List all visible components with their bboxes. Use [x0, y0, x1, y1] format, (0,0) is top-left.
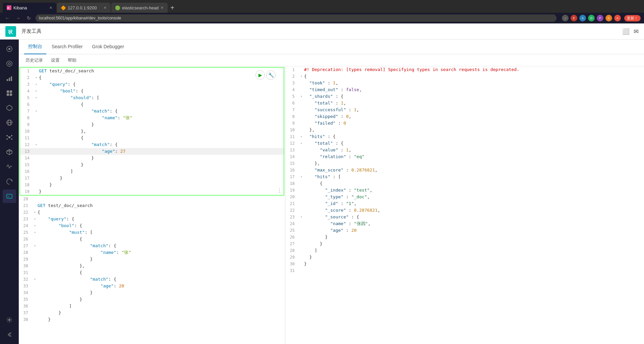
code-line-17: 17 }: [20, 175, 284, 182]
svg-rect-12: [10, 90, 12, 93]
ext4-icon[interactable]: P: [597, 15, 603, 21]
code-line-19: 19 }: [20, 188, 284, 195]
out-line-2: 2 ▾ {: [285, 73, 644, 80]
forward-button[interactable]: →: [14, 15, 22, 21]
out-line-12: 12 ▾ "total" : {: [285, 140, 644, 147]
out-line-15: 15 },: [285, 160, 644, 167]
reload-button[interactable]: ↻: [25, 15, 33, 21]
out-line-30: 30 }: [285, 261, 644, 267]
sidebar-item-visualize[interactable]: [3, 72, 16, 85]
out-line-19: 19 "_index" : "test",: [285, 187, 644, 194]
sidebar-item-devtools[interactable]: >_: [3, 190, 16, 203]
elastic-favicon: 🔶: [61, 5, 66, 10]
sidebar-item-graph[interactable]: [3, 145, 16, 159]
help-button[interactable]: 帮助: [66, 57, 78, 64]
out-line-6: 6 "total" : 1,: [285, 100, 644, 107]
tab-grok-debugger[interactable]: Grok Debugger: [88, 40, 128, 54]
back-button[interactable]: ←: [3, 15, 11, 21]
sidebar-item-canvas[interactable]: [3, 101, 16, 115]
tab-elastic[interactable]: 🔶 127.0.0.1:9200 ✕: [57, 3, 111, 13]
eshead-favicon: 🟢: [115, 5, 120, 10]
code-line-24: 24 ▾ "bool": {: [19, 222, 285, 229]
top-bar: 状 开发工具 ⬜ ✉: [0, 23, 644, 40]
sidebar-collapse[interactable]: [3, 328, 16, 341]
tab-kibana[interactable]: K Kibana ✕: [3, 3, 56, 13]
sidebar-item-maps[interactable]: [3, 116, 16, 129]
editor-panel[interactable]: ▶ 🔧 1 GET test/_doc/_search 2 ▾: [19, 66, 285, 344]
out-line-3: 3 "took" : 1,: [285, 80, 644, 86]
ext1-icon[interactable]: E: [571, 15, 577, 21]
editor-toolbar: 历史记录 设置 帮助: [19, 54, 644, 66]
sidebar-item-home[interactable]: [3, 42, 16, 56]
settings-button[interactable]: 设置: [50, 57, 61, 64]
code-line-12: 12 ▾ "match": {: [20, 141, 284, 148]
editor-area: ▶ 🔧 1 GET test/_doc/_search 2 ▾: [19, 66, 644, 344]
notifications-icon[interactable]: ✉: [634, 28, 639, 35]
sidebar-item-ml[interactable]: [3, 131, 16, 144]
code-line-23: 23 ▾ "query": {: [19, 216, 285, 222]
svg-rect-14: [10, 93, 12, 96]
context-menu-dots[interactable]: ⋮: [277, 187, 282, 194]
out-line-8: 8 "skipped" : 0,: [285, 113, 644, 120]
code-line-13: 13 "age": 27: [20, 148, 284, 155]
output-panel: 1 #! Deprecation: [types removal] Specif…: [285, 66, 644, 344]
ext3-icon[interactable]: D: [588, 15, 595, 21]
fullscreen-icon[interactable]: ⬜: [622, 28, 630, 35]
svg-point-7: [8, 63, 10, 65]
out-line-25: 25 "age" : 20: [285, 227, 644, 234]
run-buttons: ▶ 🔧: [255, 70, 276, 80]
update-button[interactable]: 更新！: [624, 15, 641, 21]
tab-kibana-label: Kibana: [13, 5, 27, 10]
code-line-20: 20: [19, 196, 285, 202]
run-play-button[interactable]: ▶: [255, 70, 265, 80]
tab-console[interactable]: 控制台: [24, 40, 46, 54]
svg-text:K: K: [7, 6, 10, 10]
svg-text:>_: >_: [8, 195, 11, 198]
code-line-1: 1 GET test/_doc/_search: [20, 68, 284, 74]
url-text: localhost:5601/app/kibana#/dev_tools/con…: [39, 16, 121, 20]
out-line-7: 7 "successful" : 1,: [285, 107, 644, 113]
code-line-33: 33 "age": 20: [19, 283, 285, 289]
content-area: 控制台 Search Profiler Grok Debugger 历史记录 设…: [19, 40, 644, 344]
history-button[interactable]: 历史记录: [24, 57, 44, 64]
tab-eshead[interactable]: 🟢 elasticsearch-head ✕: [111, 3, 168, 13]
code-line-30: 30 },: [19, 263, 285, 269]
ext2-icon[interactable]: A: [579, 15, 586, 21]
tab-bar: K Kibana ✕ 🔶 127.0.0.1:9200 ✕ 🟢 elastics…: [0, 0, 644, 13]
code-line-15: 15 }: [20, 161, 284, 168]
out-line-28: 28 ]: [285, 247, 644, 254]
ext5-icon[interactable]: C: [605, 15, 612, 21]
tab-elastic-label: 127.0.0.1:9200: [68, 5, 97, 10]
sidebar-item-discover[interactable]: [3, 57, 16, 70]
sidebar-item-uptime[interactable]: [3, 175, 16, 188]
out-line-9: 9 "failed" : 0: [285, 120, 644, 127]
sidebar-item-dashboard[interactable]: [3, 86, 16, 100]
code-line-16: 16 ]: [20, 168, 284, 175]
code-line-6: 6 {: [20, 101, 284, 108]
sidebar-item-monitoring[interactable]: [3, 313, 16, 327]
url-box[interactable]: localhost:5601/app/kibana#/dev_tools/con…: [36, 14, 557, 22]
tab-eshead-close[interactable]: ✕: [161, 6, 164, 10]
code-line-14: 14 }: [20, 155, 284, 161]
sidebar-item-apm[interactable]: [3, 160, 16, 174]
code-line-5: 5 ▾ "should": [: [20, 94, 284, 101]
out-line-16: 16 "max_score" : 0.2876821,: [285, 167, 644, 174]
code-line-4: 4 ▾ "bool": {: [20, 88, 284, 94]
tab-eshead-label: elasticsearch-head: [122, 5, 159, 10]
editor-content[interactable]: ▶ 🔧 1 GET test/_doc/_search 2 ▾: [19, 66, 285, 344]
tab-search-profiler[interactable]: Search Profiler: [48, 40, 87, 54]
tab-elastic-close[interactable]: ✕: [104, 6, 107, 10]
star-icon[interactable]: ☆: [562, 15, 569, 21]
svg-point-31: [8, 319, 10, 321]
new-tab-button[interactable]: +: [168, 3, 176, 13]
run-wrench-button[interactable]: 🔧: [266, 70, 276, 80]
address-bar: ← → ↻ localhost:5601/app/kibana#/dev_too…: [0, 13, 644, 23]
tab-kibana-close[interactable]: ✕: [49, 6, 52, 10]
svg-rect-9: [9, 78, 10, 81]
out-line-4: 4 "timed_out" : false,: [285, 86, 644, 93]
code-line-35: 35 }: [19, 296, 285, 303]
profile-icon[interactable]: A: [614, 15, 621, 21]
out-line-10: 10 },: [285, 127, 644, 133]
code-line-27: 27 ▾ "match": {: [19, 243, 285, 249]
code-line-8: 8 "name": "张": [20, 115, 284, 121]
